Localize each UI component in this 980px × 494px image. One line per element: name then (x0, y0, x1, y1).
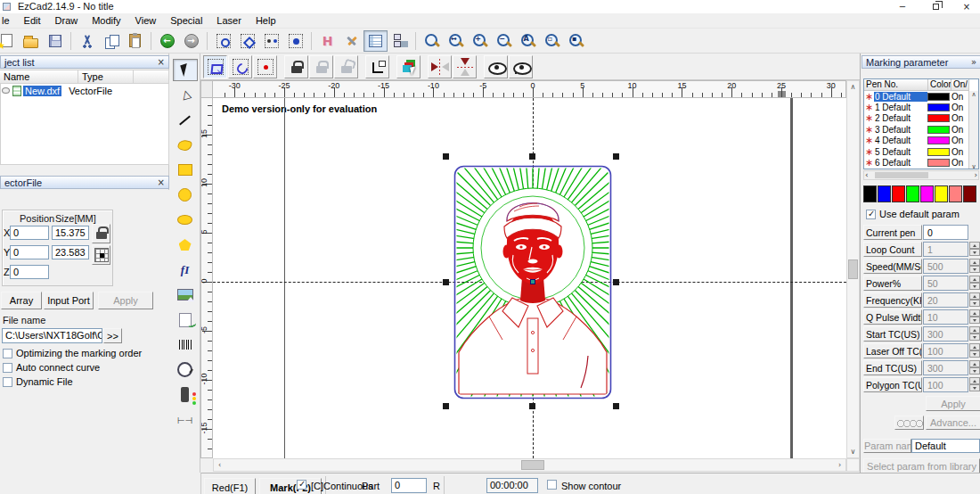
param-spinner[interactable] (969, 242, 980, 257)
y-size-field[interactable]: 23.583 (52, 245, 89, 259)
rectangle-button[interactable] (173, 159, 198, 181)
column-name[interactable]: Name (0, 70, 78, 84)
zoom-out-button[interactable]: − (492, 30, 516, 52)
auto-connect-checkbox[interactable] (3, 363, 12, 373)
param-spinner[interactable] (969, 360, 980, 375)
param-spinner[interactable] (969, 259, 980, 274)
polygon-button[interactable] (173, 234, 198, 256)
palette-swatch[interactable] (963, 185, 976, 202)
lock-aspect-button[interactable] (92, 224, 110, 243)
palette-swatch[interactable] (920, 185, 934, 202)
spinner-down[interactable] (969, 367, 980, 375)
transform-move-button[interactable] (203, 55, 227, 78)
coordinate-button[interactable] (365, 55, 389, 78)
select-button[interactable] (173, 59, 198, 81)
panel-expand-icon[interactable]: » (971, 58, 976, 67)
pen-row[interactable]: ∗0 DefaultOn (864, 91, 969, 102)
spinner-up[interactable] (969, 377, 980, 384)
node-edit-button[interactable] (211, 30, 235, 52)
paste-button[interactable] (123, 30, 147, 52)
zoom-page-button[interactable]: ▪ (564, 30, 588, 52)
palette-swatch[interactable] (892, 185, 905, 202)
param-spinner[interactable] (969, 276, 980, 291)
pen-list-vertical-scrollbar[interactable]: ∧ ∨ (968, 91, 978, 169)
menu-item-view[interactable]: View (128, 15, 164, 26)
marking-apply-button[interactable]: Apply (926, 396, 980, 411)
minimize-button[interactable]: − (891, 0, 914, 13)
transform-size-button[interactable] (253, 55, 277, 78)
column-type[interactable]: Type (78, 70, 134, 84)
object-name[interactable]: New.dxf (23, 86, 61, 96)
preview-button[interactable] (484, 55, 508, 78)
pen-scroll-right-icon[interactable]: › (974, 170, 977, 179)
zoom-all-button[interactable]: A (516, 30, 540, 52)
tools-button[interactable] (339, 30, 363, 52)
menu-item-modify[interactable]: Modify (85, 15, 127, 26)
palette-swatch[interactable] (878, 185, 891, 202)
spinner-up[interactable] (969, 292, 980, 300)
copy-button[interactable] (99, 30, 123, 52)
param-name-field[interactable]: Default (911, 439, 980, 453)
pen-row[interactable]: ∗6 DefaultOn (864, 157, 969, 168)
vertical-scroll-thumb[interactable] (848, 259, 858, 279)
pick-object-button[interactable] (396, 55, 421, 78)
part-count-field[interactable]: 0 (391, 478, 427, 493)
dynamic-file-checkbox-row[interactable]: Dynamic File (3, 376, 167, 387)
use-default-param-row[interactable]: Use default param (866, 209, 960, 219)
spinner-down[interactable] (969, 249, 980, 256)
param-value[interactable]: 20 (923, 292, 968, 308)
show-contour-checkbox[interactable] (547, 480, 557, 490)
dynamic-file-checkbox[interactable] (3, 377, 12, 387)
palette-swatch[interactable] (863, 185, 877, 202)
pen-scroll-up-icon[interactable]: ∧ (969, 91, 978, 98)
curve-button[interactable] (173, 134, 198, 156)
param-spinner[interactable] (969, 377, 980, 392)
input-port-button[interactable]: Input Port (44, 292, 94, 309)
color-column[interactable]: Color (928, 79, 951, 91)
group-button[interactable] (388, 30, 412, 52)
param-value[interactable]: 0 (923, 225, 968, 240)
line-button[interactable] (173, 109, 198, 131)
spinner-down[interactable] (969, 266, 980, 273)
menu-item-draw[interactable]: Draw (48, 15, 86, 26)
input-output-button[interactable] (173, 383, 198, 406)
optimize-checkbox[interactable] (3, 349, 12, 358)
drawing-canvas[interactable]: Demo version-only for evaluation (213, 98, 846, 458)
transform-rotate-button[interactable] (228, 55, 252, 78)
param-spinner[interactable] (969, 292, 980, 308)
close-button[interactable]: × (955, 0, 978, 13)
delay-button[interactable] (173, 358, 198, 381)
file-path-field[interactable]: C:\Users\NXT18Golf\One (2, 328, 102, 343)
on-column[interactable]: On/ (951, 79, 969, 91)
auto-connect-checkbox-row[interactable]: Auto connect curve (3, 362, 167, 373)
spinner-down[interactable] (969, 283, 980, 290)
horizontal-scroll-thumb[interactable] (521, 460, 544, 470)
param-value[interactable]: 300 (923, 326, 968, 342)
open-button[interactable] (19, 30, 43, 52)
optimize-checkbox-row[interactable]: Optimizing the marking order (3, 348, 167, 358)
red-f1-button[interactable]: Red(F1) (204, 478, 256, 494)
param-value[interactable]: 500 (923, 259, 968, 274)
object-list-close-icon[interactable]: × (158, 58, 165, 67)
palette-swatch[interactable] (935, 185, 948, 202)
ellipse-button[interactable] (173, 209, 198, 231)
spinner-up[interactable] (969, 276, 980, 283)
spinner-down[interactable] (969, 317, 980, 324)
param-value[interactable]: 100 (923, 343, 968, 358)
param-value[interactable]: 10 (923, 309, 968, 325)
pen-list-horizontal-scrollbar[interactable]: ‹ › (863, 170, 979, 180)
unlock-disabled-button[interactable] (334, 55, 358, 78)
pen-row[interactable]: ∗5 DefaultOn (864, 146, 969, 157)
spacing-button[interactable]: ⊢⊣ (173, 408, 198, 431)
pen-row[interactable]: ∗1 DefaultOn (864, 102, 969, 112)
palette-swatch[interactable] (906, 185, 919, 202)
menu-item-laser[interactable]: Laser (209, 15, 249, 26)
visibility-icon[interactable] (2, 87, 10, 94)
pen-no-column[interactable]: Pen No. (864, 79, 928, 91)
mark-parameter-button[interactable] (363, 30, 388, 52)
use-default-param-checkbox[interactable] (866, 210, 876, 219)
z-position-field[interactable]: 0 (10, 265, 49, 279)
pen-row[interactable]: ∗2 DefaultOn (864, 113, 969, 124)
node-add-button[interactable] (259, 30, 283, 52)
spinner-down[interactable] (969, 384, 980, 391)
